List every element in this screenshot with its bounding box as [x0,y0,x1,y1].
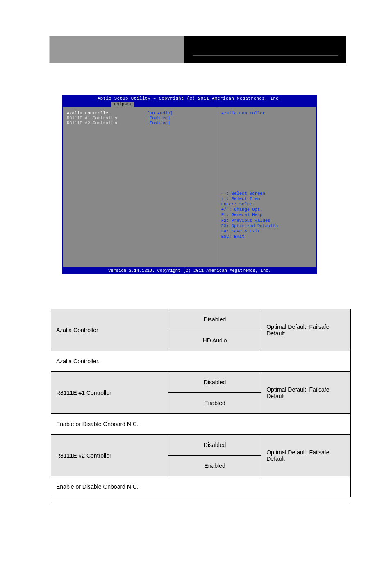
table-setting: R8111E #1 Controller [51,372,168,414]
table-desc: Enable or Disable Onboard NIC. [51,476,351,497]
page-header [49,36,346,63]
bios-key-line: F4: Save & Exit [221,229,312,234]
bios-key-line: +/-: Change Opt. [221,207,312,212]
bios-row-label: R8111E #1 Controller [67,116,147,121]
footer-rule [50,505,349,505]
bios-row-value: [Enabled] [147,116,213,121]
bios-settings-pane: Azalia Controller [HD Audio] R8111E #1 C… [63,107,217,267]
table-option: Disabled [168,309,261,330]
settings-table: Azalia Controller Disabled Optimal Defau… [51,309,351,497]
bios-row-value: [Enabled] [147,121,213,125]
table-option: Enabled [168,393,261,414]
table-default-note: Optimal Default, Failsafe Default [261,435,351,476]
table-setting: R8111E #2 Controller [51,435,168,476]
header-left-box [49,36,184,63]
table-desc: Enable or Disable Onboard NIC. [51,414,351,435]
bios-title-bar: Aptio Setup Utility – Copyright (C) 2011… [62,95,317,102]
table-setting: Azalia Controller [51,309,168,351]
bios-help-pane: Azalia Controller ←→: Select Screen ↑↓: … [217,107,316,267]
bios-row-label: R8111E #2 Controller [67,121,147,125]
table-option: Disabled [168,372,261,393]
bios-window: Aptio Setup Utility – Copyright (C) 2011… [62,95,317,274]
table-default-note: Optimal Default, Failsafe Default [261,372,351,414]
bios-row-nic1[interactable]: R8111E #1 Controller [Enabled] [67,116,213,121]
bios-help-title: Azalia Controller [221,111,312,116]
table-option: Disabled [168,435,261,456]
bios-key-line: F1: General Help [221,212,312,218]
bios-key-help: ←→: Select Screen ↑↓: Select Item Enter:… [221,191,312,264]
table-option: Enabled [168,456,261,476]
table-default-note: Optimal Default, Failsafe Default [261,309,351,351]
bios-key-line: Enter: Select [221,202,312,207]
bios-footer: Version 2.14.1219. Copyright (C) 2011 Am… [62,267,317,274]
table-desc: Azalia Controller. [51,351,351,372]
bios-row-label: Azalia Controller [67,111,147,116]
bios-row-nic2[interactable]: R8111E #2 Controller [Enabled] [67,121,213,125]
bios-key-line: F3: Optimized Defaults [221,223,312,229]
bios-key-line: ESC: Exit [221,234,312,239]
bios-row-azalia[interactable]: Azalia Controller [HD Audio] [67,111,213,116]
bios-menu-bar: Chipset [62,102,317,107]
bios-body: Azalia Controller [HD Audio] R8111E #1 C… [62,107,317,267]
header-right-box [184,36,346,63]
bios-menu-chipset[interactable]: Chipset [111,102,134,107]
bios-row-value: [HD Audio] [147,111,213,116]
table-option: HD Audio [168,330,261,351]
bios-key-line: ←→: Select Screen [221,191,312,196]
bios-key-line: ↑↓: Select Item [221,196,312,202]
bios-key-line: F2: Previous Values [221,218,312,223]
